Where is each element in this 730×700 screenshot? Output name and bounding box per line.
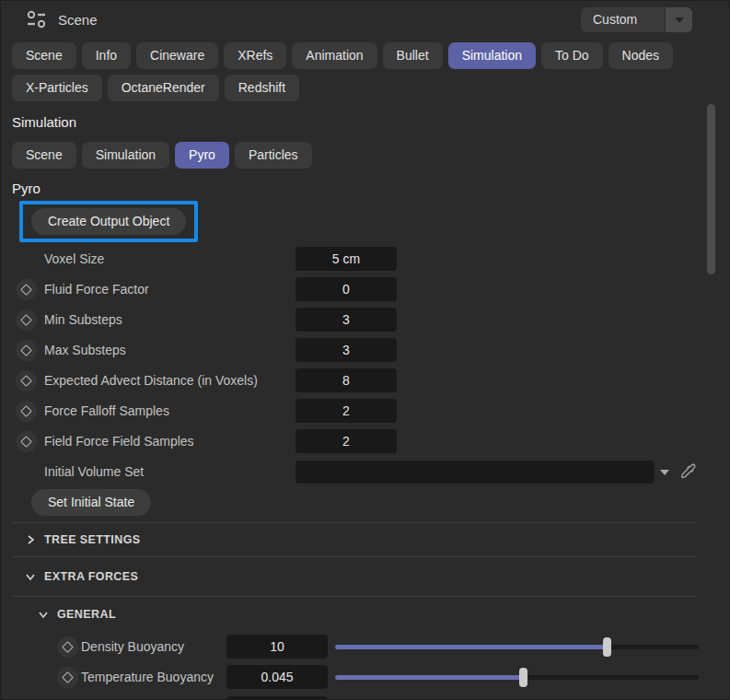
param-label: Fluid Force Factor — [44, 274, 149, 305]
focus-highlight-box: Create Output Object — [19, 201, 198, 242]
min-substeps-input[interactable] — [295, 308, 397, 332]
keyframe-diamond-icon[interactable] — [16, 309, 37, 331]
simulation-tab-row: Scene Simulation Pyro Particles — [12, 142, 718, 169]
param-label: Field Force Field Samples — [44, 426, 194, 457]
param-label: Force Falloff Samples — [44, 396, 169, 426]
tab-scene[interactable]: Scene — [12, 42, 76, 69]
tab-redshift[interactable]: Redshift — [225, 75, 299, 101]
scrollbar-thumb[interactable] — [707, 104, 715, 274]
preset-dropdown[interactable]: Custom — [581, 7, 692, 32]
diamond-icon — [20, 405, 32, 417]
slider-handle[interactable] — [519, 668, 527, 687]
diamond-icon — [62, 641, 74, 653]
tab-nodes[interactable]: Nodes — [608, 42, 673, 69]
diamond-icon — [20, 284, 32, 296]
keyframe-diamond-icon[interactable] — [16, 401, 37, 422]
eyedropper-icon[interactable] — [678, 461, 699, 482]
param-row-field-force-field-samples: Field Force Field Samples — [1, 426, 729, 457]
param-row-initial-volume-set: Initial Volume Set — [1, 457, 729, 487]
force-falloff-samples-input[interactable] — [295, 399, 397, 423]
tab-xrefs[interactable]: XRefs — [224, 42, 286, 69]
param-row-min-substeps: Min Substeps — [1, 305, 729, 335]
diamond-icon — [20, 344, 32, 356]
diamond-icon — [62, 671, 74, 683]
preset-dropdown-value[interactable]: Custom — [581, 7, 665, 32]
tab-cineware[interactable]: Cineware — [136, 42, 218, 69]
chevron-down-icon — [675, 18, 684, 23]
param-label: Min Substeps — [44, 305, 122, 335]
max-substeps-input[interactable] — [295, 338, 397, 362]
tab-row-1: Scene Info Cineware XRefs Animation Bull… — [12, 42, 718, 69]
param-label: Expected Advect Distance (in Voxels) — [44, 366, 258, 396]
pyro-heading: Pyro — [12, 180, 729, 198]
slider-fill — [335, 675, 524, 680]
group-title: GENERAL — [57, 608, 116, 621]
param-row-voxel-size: Voxel Size — [1, 244, 729, 274]
expected-advect-distance-input[interactable] — [295, 368, 397, 392]
group-title: EXTRA FORCES — [44, 570, 138, 583]
param-row-expected-advect-distance: Expected Advect Distance (in Voxels) — [1, 366, 729, 396]
chevron-down-icon — [25, 571, 36, 582]
initial-volume-set-input[interactable] — [295, 461, 655, 484]
diamond-icon — [20, 375, 32, 387]
tab-simulation[interactable]: Simulation — [448, 42, 536, 69]
group-general[interactable]: GENERAL — [1, 597, 729, 632]
param-label: Temperature Buoyancy — [81, 662, 214, 693]
keyframe-diamond-icon[interactable] — [16, 279, 37, 300]
chevron-down-icon[interactable] — [660, 470, 669, 475]
param-row-temperature-buoyancy: Temperature Buoyancy — [1, 662, 729, 693]
tab-x-particles[interactable]: X-Particles — [12, 75, 102, 101]
tab-octanerender[interactable]: OctaneRender — [108, 75, 219, 101]
param-label: Density Buoyancy — [81, 632, 184, 662]
param-row-fluid-force-factor: Fluid Force Factor — [1, 274, 729, 305]
param-row-force-falloff-samples: Force Falloff Samples — [1, 396, 729, 426]
keyframe-diamond-icon[interactable] — [16, 340, 37, 361]
keyframe-diamond-icon[interactable] — [57, 636, 78, 658]
sim-tab-particles[interactable]: Particles — [235, 142, 312, 169]
param-label: Max Substeps — [44, 335, 126, 366]
field-force-field-samples-input[interactable] — [295, 429, 397, 453]
temperature-buoyancy-input[interactable] — [226, 665, 328, 689]
chevron-right-icon — [25, 534, 36, 545]
tab-animation[interactable]: Animation — [292, 42, 377, 69]
tab-row-2: X-Particles OctaneRender Redshift — [12, 75, 718, 101]
group-extra-forces[interactable]: EXTRA FORCES — [1, 557, 729, 596]
param-row-max-substeps: Max Substeps — [1, 335, 729, 366]
set-initial-state-button[interactable]: Set Initial State — [31, 489, 151, 516]
keyframe-diamond-icon[interactable] — [16, 431, 37, 452]
next-param-field-clipped — [226, 696, 328, 700]
keyframe-diamond-icon[interactable] — [16, 370, 37, 391]
group-title: TREE SETTINGS — [44, 533, 141, 546]
voxel-size-input[interactable] — [295, 247, 397, 271]
group-tree-settings[interactable]: TREE SETTINGS — [1, 523, 729, 556]
keyframe-diamond-icon[interactable] — [57, 667, 78, 688]
pyro-parameters: Voxel Size Fluid Force Factor Min Subste… — [1, 244, 729, 487]
tab-bullet[interactable]: Bullet — [383, 42, 443, 69]
sim-tab-pyro[interactable]: Pyro — [175, 142, 229, 169]
param-row-density-buoyancy: Density Buoyancy — [1, 632, 729, 662]
param-label: Initial Volume Set — [44, 457, 144, 487]
tab-todo[interactable]: To Do — [541, 42, 603, 69]
diamond-icon — [20, 436, 32, 448]
page-title: Scene — [58, 12, 98, 28]
preset-dropdown-arrow-button[interactable] — [665, 7, 692, 32]
scene-settings-icon — [26, 9, 50, 29]
param-label: Voxel Size — [44, 244, 104, 274]
chevron-down-icon — [38, 609, 49, 620]
slider-fill — [335, 645, 608, 649]
sim-tab-simulation[interactable]: Simulation — [82, 142, 169, 169]
sim-tab-scene[interactable]: Scene — [12, 142, 76, 169]
create-output-object-button[interactable]: Create Output Object — [31, 208, 186, 235]
temperature-buoyancy-slider[interactable] — [335, 662, 699, 693]
slider-handle[interactable] — [603, 637, 611, 657]
simulation-heading: Simulation — [12, 113, 729, 132]
fluid-force-factor-input[interactable] — [295, 277, 397, 301]
tab-info[interactable]: Info — [82, 42, 131, 69]
density-buoyancy-slider[interactable] — [335, 632, 699, 662]
density-buoyancy-input[interactable] — [226, 635, 328, 659]
diamond-icon — [20, 314, 32, 326]
title-bar: Scene Custom — [1, 1, 729, 38]
